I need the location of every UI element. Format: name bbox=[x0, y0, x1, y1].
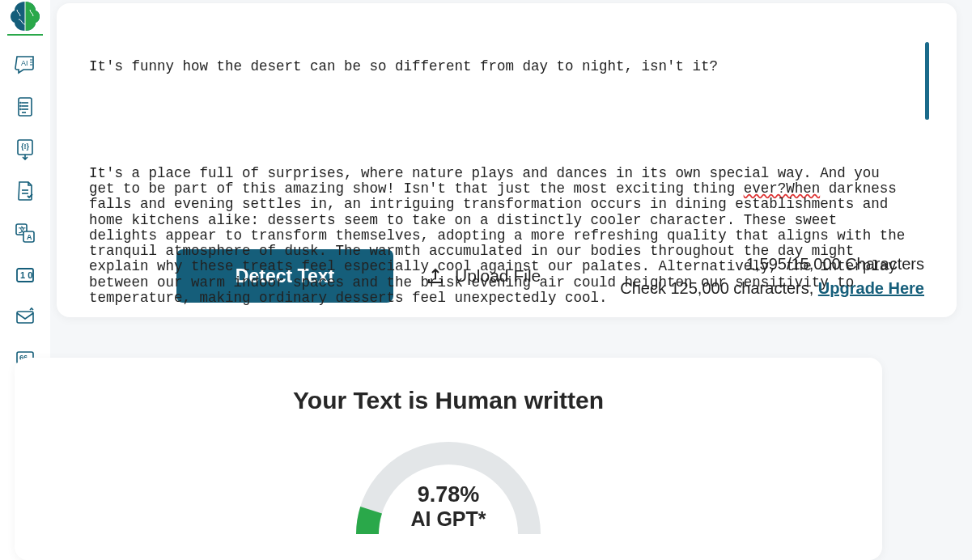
sidebar-item-code-view[interactable]: 1 0 bbox=[9, 259, 41, 291]
sidebar-item-doc-check[interactable] bbox=[9, 175, 41, 207]
ai-chat-icon: AI bbox=[14, 53, 36, 76]
svg-text:{!}: {!} bbox=[21, 142, 29, 151]
svg-point-8 bbox=[20, 106, 21, 107]
scrollbar-thumb[interactable] bbox=[925, 42, 929, 120]
translate-icon: 文 A bbox=[14, 222, 36, 244]
text-line-1: It's funny how the desert can be so diff… bbox=[89, 58, 718, 74]
ai-gauge: 9.78% AI GPT* bbox=[343, 429, 554, 542]
sidebar-item-download-analysis[interactable]: {!} bbox=[9, 133, 41, 165]
result-card: Your Text is Human written 9.78% AI GPT* bbox=[15, 358, 882, 560]
spell-error: ever?When bbox=[744, 180, 821, 197]
gauge-label: AI GPT* bbox=[410, 507, 486, 531]
brain-icon bbox=[7, 0, 43, 32]
svg-text:AI: AI bbox=[21, 59, 28, 67]
svg-text:1 0: 1 0 bbox=[20, 270, 32, 280]
svg-rect-20 bbox=[17, 312, 33, 323]
sidebar-item-mail[interactable] bbox=[9, 301, 41, 333]
doc-check-icon bbox=[14, 180, 36, 202]
sidebar-item-document-list[interactable] bbox=[9, 91, 41, 123]
main-card: It's funny how the desert can be so diff… bbox=[57, 3, 957, 317]
text-para2-b: darkness falls and evening settles in, a… bbox=[89, 180, 914, 306]
gauge-center: 9.78% AI GPT* bbox=[410, 482, 486, 531]
sidebar-item-translate[interactable]: 文 A bbox=[9, 217, 41, 249]
brain-logo[interactable] bbox=[7, 0, 43, 36]
svg-point-9 bbox=[20, 109, 21, 110]
mail-icon bbox=[14, 306, 36, 329]
document-list-icon bbox=[14, 95, 36, 118]
gauge-percent: 9.78% bbox=[410, 482, 486, 507]
text-editor[interactable]: It's funny how the desert can be so diff… bbox=[89, 28, 924, 230]
code-view-icon: 1 0 bbox=[14, 264, 36, 286]
svg-point-7 bbox=[20, 103, 21, 104]
result-title: Your Text is Human written bbox=[47, 387, 850, 414]
sidebar-item-ai-chat[interactable]: AI bbox=[9, 49, 41, 81]
text-content[interactable]: It's funny how the desert can be so diff… bbox=[89, 28, 924, 337]
svg-text:A: A bbox=[27, 233, 32, 241]
download-analysis-icon: {!} bbox=[14, 138, 36, 160]
